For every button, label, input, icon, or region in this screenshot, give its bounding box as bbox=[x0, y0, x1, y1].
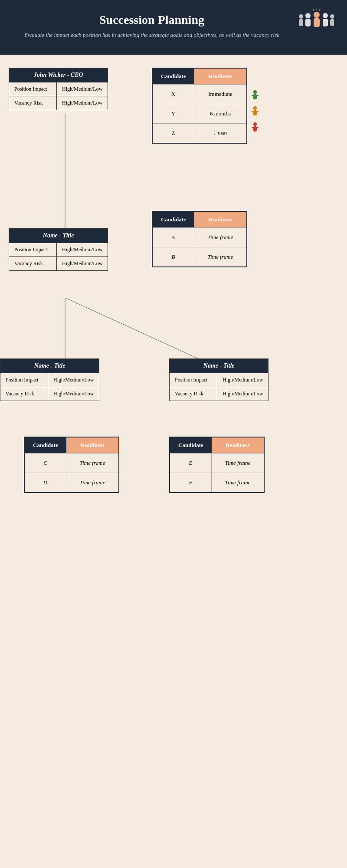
ceo-readiness-x: Immediate bbox=[194, 85, 246, 104]
svg-point-2 bbox=[305, 13, 311, 18]
l3-left-card-title: Name - Title bbox=[0, 359, 99, 373]
svg-rect-3 bbox=[305, 19, 311, 26]
svg-rect-30 bbox=[253, 126, 257, 132]
page-header: Succession Planning Evaluate the impact … bbox=[0, 0, 347, 55]
level3-right-candidates-section: Candidate Readiness E Time frame F Time … bbox=[169, 437, 265, 493]
svg-point-18 bbox=[253, 90, 257, 94]
svg-rect-1 bbox=[314, 18, 320, 27]
l2-cand-col2: Readiness bbox=[194, 212, 246, 227]
l3r-vacancy-risk-value: High/Medium/Low bbox=[217, 387, 268, 401]
l3-right-position-impact-row: Position Impact High/Medium/Low bbox=[170, 373, 268, 387]
l2-position-impact-value: High/Medium/Low bbox=[57, 243, 108, 256]
header-icon bbox=[299, 9, 334, 44]
level2-position-impact-row: Position Impact High/Medium/Low bbox=[9, 243, 108, 256]
ceo-cand-row-z: Z 1 year bbox=[153, 123, 246, 143]
l3r-cand-f: F bbox=[170, 473, 212, 492]
level2-card: Name - Title Position Impact High/Medium… bbox=[9, 228, 108, 271]
level2-candidates-section: Candidate Readiness A Time frame B Time … bbox=[152, 211, 247, 267]
l3r-position-impact-label: Position Impact bbox=[170, 373, 217, 387]
l2-readiness-b: Time frame bbox=[194, 247, 246, 266]
ceo-cand-row-x: X Immediate bbox=[153, 84, 246, 104]
ceo-cand-y: Y bbox=[153, 104, 194, 123]
l3l-readiness-d: Time frame bbox=[66, 473, 118, 492]
header-text-block: Succession Planning Evaluate the impact … bbox=[13, 13, 291, 39]
l3-left-vacancy-risk-row: Vacancy Risk High/Medium/Low bbox=[0, 387, 99, 401]
level2-candidates-table: Candidate Readiness A Time frame B Time … bbox=[152, 211, 247, 267]
svg-point-4 bbox=[299, 14, 303, 19]
svg-point-25 bbox=[253, 106, 257, 110]
readiness-icon-red bbox=[250, 122, 260, 137]
svg-rect-5 bbox=[299, 19, 303, 26]
l2-cand-col1: Candidate bbox=[153, 212, 194, 227]
l3r-readiness-e: Time frame bbox=[212, 454, 264, 473]
svg-rect-9 bbox=[330, 19, 334, 26]
ceo-vacancy-risk-row: Vacancy Risk High/Medium/Low bbox=[9, 96, 108, 110]
l3-right-vacancy-risk-row: Vacancy Risk High/Medium/Low bbox=[170, 387, 268, 401]
level2-card-title: Name - Title bbox=[9, 229, 108, 243]
l3r-cand-row-f: F Time frame bbox=[170, 473, 264, 492]
ceo-cand-z: Z bbox=[153, 124, 194, 143]
page-title: Succession Planning bbox=[13, 13, 291, 27]
svg-rect-7 bbox=[323, 19, 328, 26]
l3-left-position-impact-row: Position Impact High/Medium/Low bbox=[0, 373, 99, 387]
l3l-vacancy-risk-value: High/Medium/Low bbox=[48, 387, 99, 401]
ceo-readiness-z: 1 year bbox=[194, 124, 246, 143]
svg-point-0 bbox=[314, 12, 320, 18]
ceo-cand-col1: Candidate bbox=[153, 69, 194, 84]
level3-left-org-card: Name - Title Position Impact High/Medium… bbox=[0, 358, 99, 401]
ceo-readiness-y: 6 months bbox=[194, 104, 246, 123]
ceo-card: John Wicker - CEO Position Impact High/M… bbox=[9, 68, 108, 110]
ceo-cand-header: Candidate Readiness bbox=[153, 69, 246, 84]
l2-cand-row-a: A Time frame bbox=[153, 227, 246, 247]
l3-right-candidates-table: Candidate Readiness E Time frame F Time … bbox=[169, 437, 265, 493]
l3r-readiness-f: Time frame bbox=[212, 473, 264, 492]
svg-line-21 bbox=[257, 95, 259, 96]
l3r-cand-row-e: E Time frame bbox=[170, 453, 264, 473]
l3l-cand-header: Candidate Readiness bbox=[25, 437, 118, 453]
l3-right-card-title: Name - Title bbox=[170, 359, 268, 373]
l3r-cand-header: Candidate Readiness bbox=[170, 437, 264, 453]
level2-vacancy-risk-row: Vacancy Risk High/Medium/Low bbox=[9, 256, 108, 270]
readiness-icon-orange bbox=[250, 106, 260, 121]
vacancy-risk-label: Vacancy Risk bbox=[9, 96, 57, 110]
svg-line-17 bbox=[65, 298, 217, 367]
level2-org-card: Name - Title Position Impact High/Medium… bbox=[9, 228, 108, 271]
page-subtitle: Evaluate the impact each position has in… bbox=[13, 31, 291, 39]
svg-rect-26 bbox=[253, 110, 257, 115]
ceo-cand-row-y: Y 6 months bbox=[153, 104, 246, 123]
vacancy-risk-value: High/Medium/Low bbox=[57, 96, 108, 110]
readiness-icons bbox=[250, 68, 260, 137]
l3r-vacancy-risk-label: Vacancy Risk bbox=[170, 387, 217, 401]
svg-line-20 bbox=[252, 95, 253, 96]
l3l-vacancy-risk-label: Vacancy Risk bbox=[0, 387, 48, 401]
svg-line-11 bbox=[313, 10, 314, 10]
ceo-card-title: John Wicker - CEO bbox=[9, 68, 108, 82]
position-impact-value: High/Medium/Low bbox=[57, 82, 108, 96]
svg-line-23 bbox=[253, 90, 254, 90]
l2-cand-header: Candidate Readiness bbox=[153, 212, 246, 227]
ceo-org-card: John Wicker - CEO Position Impact High/M… bbox=[9, 68, 108, 110]
l3l-cand-col2: Readiness bbox=[66, 437, 118, 453]
level3-left-candidates-section: Candidate Readiness C Time frame D Time … bbox=[24, 437, 119, 493]
ceo-candidates-table: Candidate Readiness X Immediate Y 6 mont… bbox=[152, 68, 247, 144]
l3-left-candidates-table: Candidate Readiness C Time frame D Time … bbox=[24, 437, 119, 493]
l2-cand-a: A bbox=[153, 228, 194, 247]
l2-vacancy-risk-value: High/Medium/Low bbox=[57, 257, 108, 270]
l3l-cand-col1: Candidate bbox=[25, 437, 66, 453]
l3r-position-impact-value: High/Medium/Low bbox=[217, 373, 268, 387]
svg-line-28 bbox=[257, 111, 259, 112]
l2-cand-b: B bbox=[153, 247, 194, 266]
l3l-readiness-c: Time frame bbox=[66, 454, 118, 473]
svg-point-8 bbox=[330, 14, 334, 19]
ceo-position-impact-row: Position Impact High/Medium/Low bbox=[9, 82, 108, 96]
svg-line-27 bbox=[252, 111, 253, 112]
ceo-candidates-section: Candidate Readiness X Immediate Y 6 mont… bbox=[152, 68, 260, 144]
level3-right-org-card: Name - Title Position Impact High/Medium… bbox=[169, 358, 268, 401]
l3l-cand-c: C bbox=[25, 454, 66, 473]
position-impact-label: Position Impact bbox=[9, 82, 57, 96]
main-content: John Wicker - CEO Position Impact High/M… bbox=[0, 55, 347, 845]
l3l-cand-d: D bbox=[25, 473, 66, 492]
svg-line-31 bbox=[252, 127, 253, 128]
l3l-cand-row-c: C Time frame bbox=[25, 453, 118, 473]
ceo-cand-x: X bbox=[153, 85, 194, 104]
